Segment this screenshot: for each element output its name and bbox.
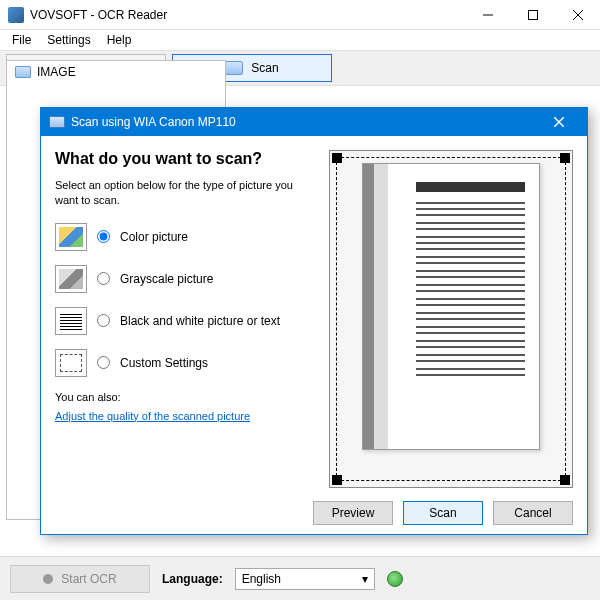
app-icon (8, 7, 24, 23)
option-grayscale[interactable]: Grayscale picture (55, 265, 315, 293)
crop-handle-br[interactable] (560, 475, 570, 485)
window-title: VOVSOFT - OCR Reader (30, 8, 465, 22)
cancel-button[interactable]: Cancel (493, 501, 573, 525)
custom-settings-icon (55, 349, 87, 377)
dialog-footer: Preview Scan Cancel (41, 492, 587, 534)
radio-custom-label: Custom Settings (120, 356, 208, 370)
language-value: English (242, 572, 281, 586)
radio-color-label: Color picture (120, 230, 188, 244)
close-button[interactable] (555, 0, 600, 29)
chevron-down-icon: ▾ (362, 572, 368, 586)
svg-rect-1 (528, 10, 537, 19)
menu-settings[interactable]: Settings (39, 31, 98, 49)
start-ocr-button[interactable]: Start OCR (10, 565, 150, 593)
preview-button[interactable]: Preview (313, 501, 393, 525)
main-titlebar: VOVSOFT - OCR Reader (0, 0, 600, 30)
menu-help[interactable]: Help (99, 31, 140, 49)
option-bw[interactable]: Black and white picture or text (55, 307, 315, 335)
play-icon (43, 574, 53, 584)
start-ocr-label: Start OCR (61, 572, 116, 586)
dialog-subtitle: Select an option below for the type of p… (55, 178, 315, 209)
radio-bw[interactable] (97, 314, 110, 327)
preview-panel (329, 150, 573, 488)
image-icon (15, 66, 31, 78)
scan-toolbar-label: Scan (251, 61, 278, 75)
scanner-icon (49, 116, 65, 128)
window-buttons (465, 0, 600, 29)
menubar: File Settings Help (0, 30, 600, 50)
also-label: You can also: (55, 391, 315, 403)
scanner-icon (225, 61, 243, 75)
maximize-button[interactable] (510, 0, 555, 29)
image-name: IMAGE (37, 65, 76, 79)
crop-handle-tr[interactable] (560, 153, 570, 163)
radio-grayscale[interactable] (97, 272, 110, 285)
radio-bw-label: Black and white picture or text (120, 314, 280, 328)
adjust-quality-link[interactable]: Adjust the quality of the scanned pictur… (55, 410, 250, 422)
crop-handle-bl[interactable] (332, 475, 342, 485)
dialog-title: Scan using WIA Canon MP110 (71, 115, 539, 129)
minimize-button[interactable] (465, 0, 510, 29)
dialog-titlebar: Scan using WIA Canon MP110 (41, 108, 587, 136)
language-select[interactable]: English ▾ (235, 568, 375, 590)
option-color[interactable]: Color picture (55, 223, 315, 251)
radio-grayscale-label: Grayscale picture (120, 272, 213, 286)
option-custom[interactable]: Custom Settings (55, 349, 315, 377)
language-label: Language: (162, 572, 223, 586)
crop-selection[interactable] (336, 157, 566, 481)
radio-color[interactable] (97, 230, 110, 243)
radio-custom[interactable] (97, 356, 110, 369)
scan-button[interactable]: Scan (403, 501, 483, 525)
globe-icon[interactable] (387, 571, 403, 587)
crop-handle-tl[interactable] (332, 153, 342, 163)
dialog-close-button[interactable] (539, 108, 579, 136)
bottombar: Start OCR Language: English ▾ (0, 556, 600, 600)
bw-picture-icon (55, 307, 87, 335)
grayscale-picture-icon (55, 265, 87, 293)
list-item[interactable]: IMAGE (7, 61, 225, 83)
scan-dialog: Scan using WIA Canon MP110 What do you w… (40, 107, 588, 535)
menu-file[interactable]: File (4, 31, 39, 49)
color-picture-icon (55, 223, 87, 251)
dialog-heading: What do you want to scan? (55, 150, 315, 168)
